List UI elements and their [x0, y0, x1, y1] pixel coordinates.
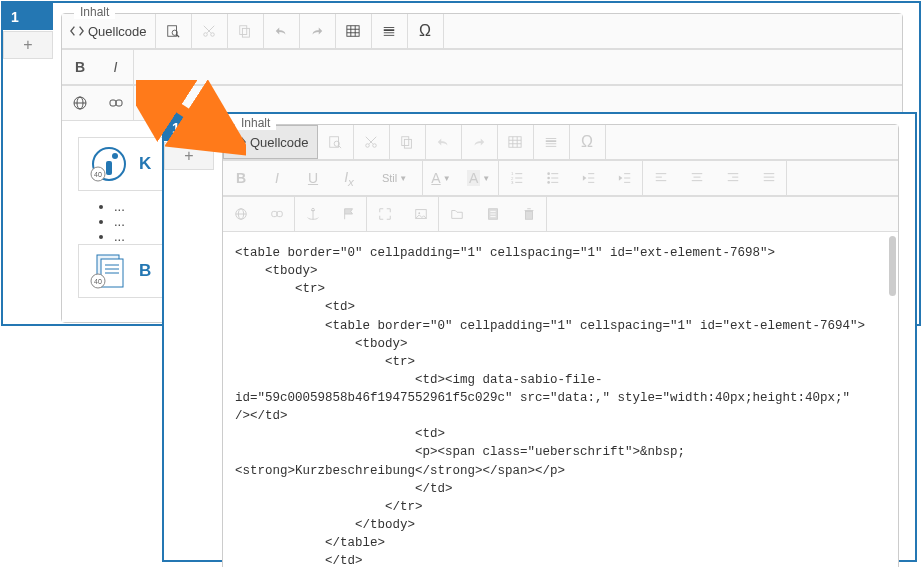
cut-button[interactable] — [192, 14, 228, 48]
svg-rect-19 — [110, 100, 116, 106]
list-ol-button[interactable]: 123 — [499, 161, 535, 195]
undo-button[interactable] — [264, 14, 300, 48]
trash-button[interactable] — [511, 197, 547, 231]
redo-icon — [472, 135, 486, 149]
preview-button[interactable] — [156, 14, 192, 48]
link-icon — [270, 207, 284, 221]
tab-1[interactable]: 1 — [164, 114, 214, 142]
indent-button[interactable] — [607, 161, 643, 195]
svg-rect-39 — [404, 139, 411, 148]
flag-button[interactable] — [331, 197, 367, 231]
source-button-label: Quellcode — [88, 24, 147, 39]
tab-strip: 1 + — [164, 114, 214, 560]
fieldset-legend: Inhalt — [235, 116, 276, 130]
copy-icon — [400, 135, 414, 149]
toolbar-main: Quellcode Ω — [223, 125, 898, 160]
link-button[interactable] — [98, 86, 134, 120]
tab-strip: 1 + — [3, 3, 53, 324]
anchor-icon — [306, 207, 320, 221]
undo-button[interactable] — [426, 125, 462, 159]
align-justify-button[interactable] — [751, 161, 787, 195]
bold-icon: B — [75, 59, 85, 75]
link-button[interactable] — [259, 197, 295, 231]
svg-rect-7 — [347, 26, 359, 37]
align-left-icon — [654, 171, 668, 185]
magnify-icon — [166, 24, 180, 38]
chevron-down-icon: ▼ — [482, 174, 490, 183]
source-button[interactable]: Quellcode — [223, 125, 318, 159]
anchor-button[interactable] — [295, 197, 331, 231]
folder-button[interactable] — [439, 197, 475, 231]
svg-point-4 — [211, 33, 215, 37]
outdent-button[interactable] — [571, 161, 607, 195]
toolbar-format: B I U Ix Stil▼ A▼ A▼ 123 — [223, 160, 898, 196]
list-ul-button[interactable] — [535, 161, 571, 195]
globe-icon — [72, 95, 88, 111]
align-center-button[interactable] — [679, 161, 715, 195]
align-left-button[interactable] — [643, 161, 679, 195]
svg-text:3: 3 — [511, 180, 514, 185]
outdent-icon — [582, 171, 596, 185]
page-icon — [486, 207, 500, 221]
indent-icon — [618, 171, 632, 185]
chevron-down-icon: ▼ — [443, 174, 451, 183]
table-icon — [508, 135, 522, 149]
tab-add[interactable]: + — [164, 142, 214, 170]
style-label: Stil — [382, 172, 397, 184]
bg-color-button[interactable]: A▼ — [459, 161, 499, 195]
preview-button[interactable] — [318, 125, 354, 159]
omega-icon: Ω — [581, 133, 593, 151]
italic-button[interactable]: I — [98, 50, 134, 84]
hr-button[interactable] — [534, 125, 570, 159]
italic-icon: I — [275, 170, 279, 186]
source-code-text: <table border="0" cellpadding="1" cellsp… — [235, 244, 886, 567]
table-button[interactable] — [336, 14, 372, 48]
svg-rect-23 — [106, 161, 112, 175]
editor-content-source[interactable]: <table border="0" cellpadding="1" cellsp… — [223, 232, 898, 567]
maximize-button[interactable] — [367, 197, 403, 231]
toolbar-main: Quellcode — [62, 14, 902, 49]
toolbar-format: B I — [62, 49, 902, 85]
cut-button[interactable] — [354, 125, 390, 159]
svg-point-3 — [204, 33, 208, 37]
redo-button[interactable] — [300, 14, 336, 48]
scrollbar-thumb[interactable] — [889, 236, 896, 296]
copy-button[interactable] — [390, 125, 426, 159]
globe-button[interactable] — [62, 86, 98, 120]
align-center-icon — [690, 171, 704, 185]
image-button[interactable] — [403, 197, 439, 231]
image-icon — [414, 207, 428, 221]
tab-1[interactable]: 1 — [3, 3, 53, 31]
editor-panel-source: 1 + Inhalt Quellcode — [162, 112, 917, 562]
preview-title-1: K — [139, 154, 151, 174]
omega-button[interactable]: Ω — [408, 14, 444, 48]
svg-point-86 — [418, 212, 420, 214]
copy-button[interactable] — [228, 14, 264, 48]
page-button[interactable] — [475, 197, 511, 231]
svg-text:40: 40 — [94, 171, 102, 178]
omega-button[interactable]: Ω — [570, 125, 606, 159]
info-icon: 40 — [89, 144, 129, 184]
bold-button[interactable]: B — [62, 50, 98, 84]
hr-icon — [382, 24, 396, 38]
tab-add[interactable]: + — [3, 31, 53, 59]
globe-button[interactable] — [223, 197, 259, 231]
document-icon: 40 — [89, 251, 129, 291]
globe-icon — [234, 207, 248, 221]
redo-button[interactable] — [462, 125, 498, 159]
source-button[interactable]: Quellcode — [62, 14, 156, 48]
italic-button[interactable]: I — [259, 161, 295, 195]
align-right-button[interactable] — [715, 161, 751, 195]
toolbar-insert — [223, 196, 898, 232]
underline-button[interactable]: U — [295, 161, 331, 195]
hr-button[interactable] — [372, 14, 408, 48]
text-color-button[interactable]: A▼ — [423, 161, 459, 195]
maximize-icon — [378, 207, 392, 221]
fieldset-legend: Inhalt — [74, 5, 115, 19]
text-color-icon: A — [431, 170, 440, 186]
scissors-icon — [364, 135, 378, 149]
style-dropdown[interactable]: Stil▼ — [367, 161, 423, 195]
remove-format-button[interactable]: Ix — [331, 161, 367, 195]
bold-button[interactable]: B — [223, 161, 259, 195]
table-button[interactable] — [498, 125, 534, 159]
